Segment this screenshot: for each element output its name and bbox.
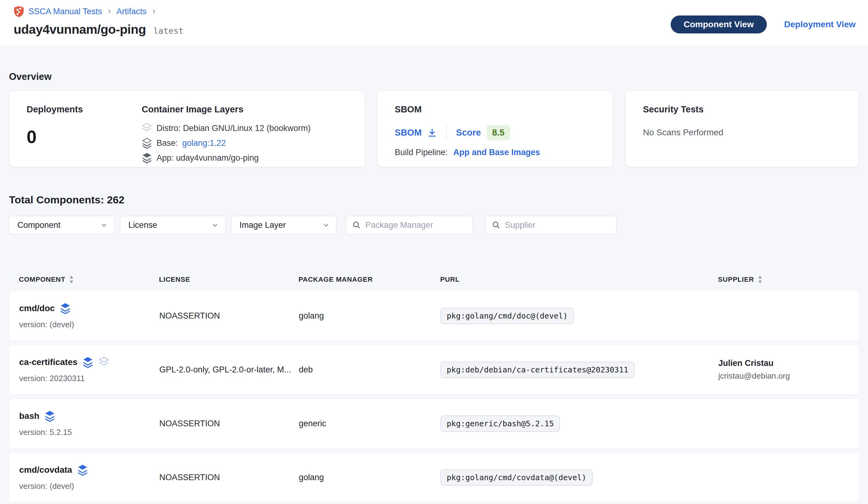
sbom-download-label: SBOM xyxy=(395,128,422,138)
topbar: SSCA Manual Tests Artifacts uday4vunnam/… xyxy=(0,0,868,46)
deployment-view-link[interactable]: Deployment View xyxy=(784,20,856,29)
sbom-score-label: Score xyxy=(456,128,481,138)
base-image-link[interactable]: golang:1.22 xyxy=(182,138,226,148)
column-header-supplier[interactable]: SUPPLIER xyxy=(718,275,859,284)
layers-solid-icon xyxy=(44,410,55,422)
sort-icon xyxy=(69,275,74,284)
component-name: bash xyxy=(19,411,39,421)
ssca-shield-logo-icon xyxy=(14,6,24,17)
license-cell: NOASSERTION xyxy=(159,311,299,321)
view-toggle: Component View Deployment View xyxy=(671,16,856,33)
component-filter-dropdown[interactable]: Component xyxy=(9,216,114,234)
chevron-down-icon xyxy=(211,222,218,229)
package-manager-cell: deb xyxy=(299,365,441,375)
table-row[interactable]: bash version: 5.2.15 NOASSERTION generic… xyxy=(9,399,859,448)
license-filter-dropdown[interactable]: License xyxy=(120,216,226,234)
column-header-purl: PURL xyxy=(440,275,718,284)
purl-badge: pkg:golang/cmd/doc@(devel) xyxy=(441,308,574,324)
overview-cards: Deployments 0 Container Image Layers Dis… xyxy=(9,90,859,167)
dropdown-label: Image Layer xyxy=(239,220,286,230)
build-pipeline-label: Build Pipeline: xyxy=(395,148,448,157)
component-cell: ca-certificates version: 20230311 xyxy=(19,356,159,383)
component-cell: bash version: 5.2.15 xyxy=(19,410,159,437)
component-cell: cmd/doc version: (devel) xyxy=(19,302,159,330)
chevron-down-icon xyxy=(323,222,329,229)
total-components-heading: Total Components: 262 xyxy=(9,194,859,206)
sbom-download-link[interactable]: SBOM xyxy=(395,128,437,138)
column-header-license: LICENSE xyxy=(159,275,299,284)
title-row: uday4vunnam/go-ping latest xyxy=(14,22,184,37)
sbom-score-badge: 8.5 xyxy=(487,125,510,140)
components-table: cmd/doc version: (devel) NOASSERTION gol… xyxy=(9,291,859,503)
component-name: ca-certificates xyxy=(19,357,78,367)
sbom-card: SBOM SBOM Score 8.5 Build Pipeline: App … xyxy=(377,90,613,167)
app-layers-icon xyxy=(142,152,152,163)
base-layers-icon xyxy=(142,138,152,149)
column-label: PURL xyxy=(440,275,460,284)
component-version: version: 5.2.15 xyxy=(19,427,159,437)
breadcrumb: SSCA Manual Tests Artifacts xyxy=(14,6,184,17)
layer-item-label: Base: xyxy=(156,138,178,148)
breadcrumb-link-artifacts[interactable]: Artifacts xyxy=(116,7,147,17)
layers-solid-icon xyxy=(77,464,88,476)
overview-heading: Overview xyxy=(9,71,859,82)
supplier-search xyxy=(485,216,617,234)
table-row[interactable]: cmd/doc version: (devel) NOASSERTION gol… xyxy=(9,291,859,341)
component-view-button[interactable]: Component View xyxy=(671,16,767,33)
distro-layers-icon xyxy=(142,123,152,134)
column-label: SUPPLIER xyxy=(718,275,754,284)
supplier-cell: Julien Cristau jcristau@debian.org xyxy=(718,359,859,381)
supplier-search-input[interactable] xyxy=(505,220,610,230)
deployments-count: 0 xyxy=(27,126,142,147)
license-cell: NOASSERTION xyxy=(159,473,299,482)
layers-solid-icon xyxy=(60,302,71,314)
deployments-and-layers-card: Deployments 0 Container Image Layers Dis… xyxy=(9,90,365,167)
page-title: uday4vunnam/go-ping xyxy=(14,22,146,37)
layer-item-label: Distro: Debian GNU/Linux 12 (bookworm) xyxy=(156,123,311,133)
layers-dashed-icon xyxy=(99,356,110,368)
security-tests-status: No Scans Performed xyxy=(643,128,841,138)
deployments-label: Deployments xyxy=(27,104,142,114)
topbar-left: SSCA Manual Tests Artifacts uday4vunnam/… xyxy=(14,6,184,46)
build-pipeline-row: Build Pipeline: App and Base Images xyxy=(395,148,595,157)
security-tests-title: Security Tests xyxy=(643,104,841,114)
layer-item-base: Base: golang:1.22 xyxy=(142,137,311,149)
dropdown-label: License xyxy=(128,220,157,230)
package-manager-cell: golang xyxy=(299,473,441,482)
filters-row: Component License Image Layer xyxy=(9,216,859,234)
purl-cell: pkg:generic/bash@5.2.15 xyxy=(441,415,718,432)
sort-icon xyxy=(757,275,763,284)
component-version: version: (devel) xyxy=(19,481,159,491)
component-name: cmd/doc xyxy=(19,303,55,313)
layer-item-app: App: uday4vunnam/go-ping xyxy=(142,152,311,164)
table-row[interactable]: ca-certificates version: 20230311 GPL-2.… xyxy=(9,345,859,395)
chevron-down-icon xyxy=(101,222,107,229)
purl-cell: pkg:golang/cmd/doc@(devel) xyxy=(441,308,718,324)
sbom-row: SBOM Score 8.5 xyxy=(395,125,595,140)
column-label: LICENSE xyxy=(159,275,190,284)
chevron-right-icon xyxy=(106,9,112,14)
purl-badge: pkg:deb/debian/ca-certificates@20230311 xyxy=(441,362,634,378)
layer-item-label: App: uday4vunnam/go-ping xyxy=(156,153,259,163)
column-header-component[interactable]: COMPONENT xyxy=(19,275,159,284)
purl-badge: pkg:generic/bash@5.2.15 xyxy=(441,415,560,432)
search-icon xyxy=(492,221,500,229)
breadcrumb-link-project[interactable]: SSCA Manual Tests xyxy=(29,7,102,17)
package-manager-search xyxy=(346,216,473,234)
layer-list: Distro: Debian GNU/Linux 12 (bookworm) B… xyxy=(142,122,311,164)
security-tests-card: Security Tests No Scans Performed xyxy=(626,90,859,167)
sbom-card-title: SBOM xyxy=(395,104,595,114)
table-header: COMPONENT LICENSE PACKAGE MANAGER PURL S… xyxy=(9,270,859,289)
component-version: version: 20230311 xyxy=(19,374,159,383)
download-icon xyxy=(427,128,437,138)
divider xyxy=(446,125,447,140)
dropdown-label: Component xyxy=(17,220,61,230)
package-manager-cell: generic xyxy=(299,419,441,429)
layers-solid-icon xyxy=(82,356,93,368)
image-layer-filter-dropdown[interactable]: Image Layer xyxy=(231,216,337,234)
component-name: cmd/covdata xyxy=(19,465,72,475)
build-pipeline-link[interactable]: App and Base Images xyxy=(453,148,540,157)
artifact-tag: latest xyxy=(153,26,184,36)
package-manager-search-input[interactable] xyxy=(365,220,466,230)
table-row[interactable]: cmd/covdata version: (devel) NOASSERTION… xyxy=(9,452,859,503)
